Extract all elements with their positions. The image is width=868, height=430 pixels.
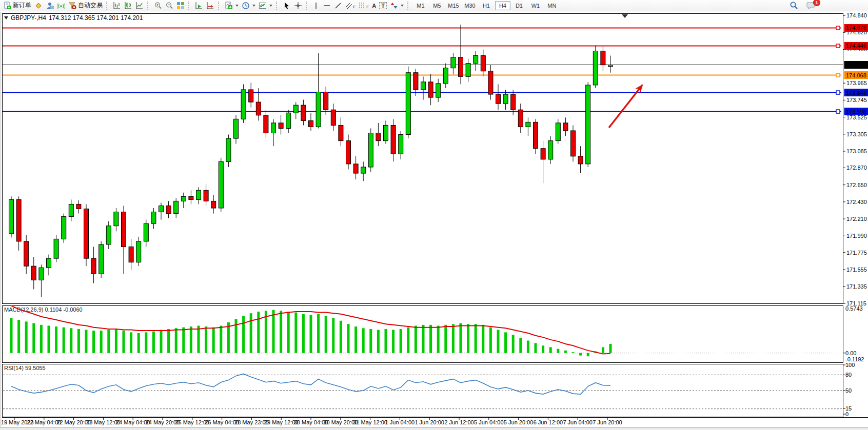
candlestick-chart-button[interactable] <box>123 1 134 11</box>
arrows-button[interactable] <box>388 1 405 11</box>
macd-bar <box>587 353 589 356</box>
fibonacci-button[interactable]: F <box>357 1 370 11</box>
candle <box>346 141 351 164</box>
metaeditor-icon <box>34 2 43 10</box>
trendline-button[interactable] <box>332 1 344 11</box>
macd-name: MACD(12,26,9) <box>4 306 43 313</box>
macd-bar <box>557 349 559 353</box>
arrows-dropdown-caret[interactable] <box>401 5 404 7</box>
candle <box>174 201 179 213</box>
hline-handle[interactable] <box>836 26 840 30</box>
tf-button-M5[interactable]: M5 <box>429 1 445 10</box>
crosshair-button[interactable] <box>292 1 304 11</box>
chart-shift-marker[interactable] <box>622 14 628 18</box>
trend-arrow-annotation[interactable] <box>609 82 645 128</box>
vertical-line-button[interactable] <box>311 1 321 11</box>
line-chart-button[interactable] <box>134 1 145 11</box>
candle <box>548 141 553 159</box>
time-tick-label: 26 May 04:00 <box>205 419 239 425</box>
price-tick-label: 171.775 <box>846 250 867 256</box>
horizontal-line-button[interactable] <box>321 1 332 11</box>
equidistant-channel-button[interactable]: E <box>344 1 357 11</box>
notifications-button[interactable]: 1 <box>805 1 817 11</box>
chart-shift-button[interactable] <box>205 1 216 11</box>
bar-chart-button[interactable] <box>111 1 123 11</box>
signals-button[interactable] <box>55 1 67 11</box>
macd-bar <box>512 335 515 353</box>
time-tick-label: 24 May 04:00 <box>116 419 150 425</box>
tf-button-M30[interactable]: M30 <box>462 1 478 10</box>
hline-handle[interactable] <box>836 91 840 94</box>
macd-axis-label: 0.5743 <box>845 305 863 312</box>
tile-windows-button[interactable] <box>175 1 186 11</box>
candle <box>316 92 321 127</box>
tf-button-W1[interactable]: W1 <box>528 1 543 10</box>
macd-bar <box>175 328 177 353</box>
text-label-button[interactable]: T <box>378 1 388 11</box>
tf-button-D1[interactable]: D1 <box>511 1 527 10</box>
periods-dropdown-caret[interactable] <box>252 5 255 7</box>
candle <box>503 94 508 104</box>
macd-bar <box>160 330 163 353</box>
macd-bar <box>489 327 492 353</box>
periods-button[interactable] <box>240 1 257 11</box>
candle <box>91 258 96 274</box>
macd-bar <box>325 316 327 353</box>
horizontal-line-objects[interactable] <box>3 26 841 113</box>
time-tick-label: 30 May 20:00 <box>323 419 358 425</box>
zoom-in-button[interactable] <box>152 1 164 11</box>
time-tick-label: 7 Jun 04:00 <box>563 419 593 425</box>
text-button[interactable]: A <box>370 1 378 11</box>
macd-bar <box>152 332 155 353</box>
templates-dropdown-caret[interactable] <box>269 5 272 7</box>
auto-scroll-button[interactable] <box>193 1 205 11</box>
cursor-button[interactable] <box>281 1 292 11</box>
candle <box>406 73 410 135</box>
collapse-arrow-icon[interactable] <box>4 16 8 19</box>
macd-bar <box>220 325 222 353</box>
metaeditor-button[interactable] <box>33 1 44 11</box>
macd-bar <box>377 330 380 353</box>
price-tick-label: 174.840 <box>846 12 867 18</box>
indicators-button[interactable] <box>223 1 240 11</box>
zoom-out-button[interactable] <box>164 1 175 11</box>
time-tick-label: 28 May 23:00 <box>234 419 269 425</box>
indicators-dropdown-caret[interactable] <box>235 5 239 7</box>
price-tick-label: 174.400 <box>846 46 867 52</box>
macd-bar <box>594 352 597 353</box>
macd-bar <box>317 314 320 353</box>
profile-button[interactable] <box>44 1 55 11</box>
macd-bar <box>579 353 582 356</box>
search-button[interactable] <box>788 1 800 11</box>
candle <box>563 123 568 131</box>
time-axis[interactable]: 19 May 202322 May 04:0022 May 20:0023 Ma… <box>1 418 868 426</box>
candle <box>593 51 598 85</box>
chart-area[interactable]: 174.840174.620174.400173.965173.745173.5… <box>0 0 868 430</box>
toolbar-separator <box>218 2 221 10</box>
text-tool-icon: A <box>372 3 376 9</box>
autotrading-button[interactable]: 自动交易 <box>67 1 104 11</box>
tf-button-MN[interactable]: MN <box>544 1 560 10</box>
price-tick-label: 173.745 <box>846 97 867 103</box>
tf-button-H1[interactable]: H1 <box>479 1 494 10</box>
macd-bar <box>190 326 192 353</box>
candles-layer[interactable] <box>9 25 613 297</box>
hline-handle[interactable] <box>836 73 840 77</box>
price-axis[interactable]: 174.840174.620174.400173.965173.745173.5… <box>843 12 867 306</box>
toolbar-separator <box>106 2 109 10</box>
hline-handle[interactable] <box>836 44 840 48</box>
time-tick-label: 22 May 20:00 <box>56 419 91 425</box>
horizontal-line-icon <box>323 2 331 10</box>
price-tick-label: 172.210 <box>846 216 867 222</box>
hline-handle[interactable] <box>836 110 840 113</box>
macd-bar <box>564 351 567 353</box>
candle <box>204 190 208 201</box>
tf-button-M1[interactable]: M1 <box>413 1 428 10</box>
templates-button[interactable] <box>257 1 274 11</box>
macd-bar <box>137 333 140 353</box>
tf-button-M15[interactable]: M15 <box>446 1 461 10</box>
new-order-button[interactable]: 新订单 <box>2 1 33 11</box>
rsi-indicator-label: RSI(14) 59.5055 <box>4 365 46 371</box>
macd-bar <box>347 324 350 353</box>
tf-button-H4[interactable]: H4 <box>495 1 510 10</box>
